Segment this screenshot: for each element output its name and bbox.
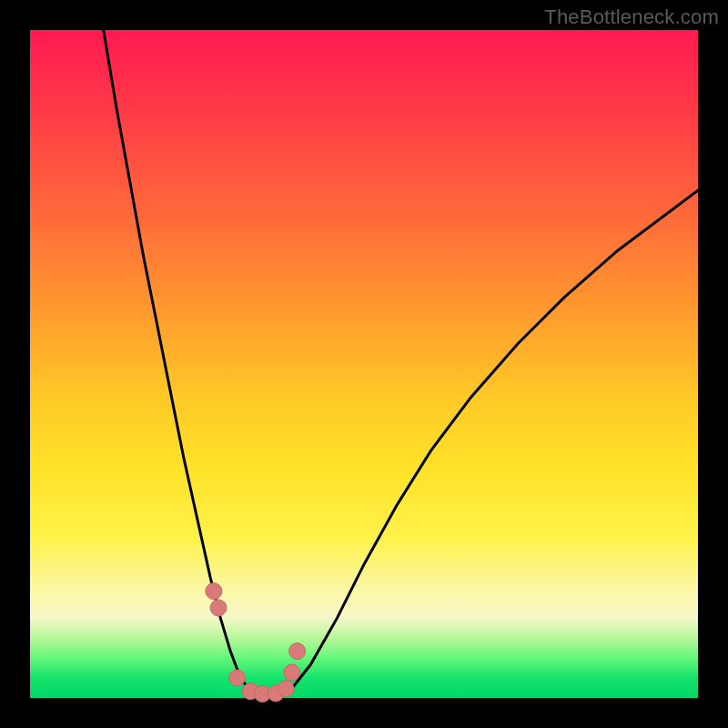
highlight-marker xyxy=(210,600,227,616)
bottleneck-curve-left xyxy=(104,30,251,692)
highlight-marker xyxy=(278,681,294,697)
bottleneck-curve-right xyxy=(290,190,698,690)
marker-group xyxy=(206,583,306,703)
highlight-marker xyxy=(206,583,222,600)
watermark-text: TheBottleneck.com xyxy=(544,5,719,29)
chart-svg xyxy=(30,30,698,698)
chart-plot-area xyxy=(30,30,698,698)
outer-frame: TheBottleneck.com xyxy=(0,0,728,728)
highlight-marker xyxy=(289,643,306,660)
highlight-marker xyxy=(229,670,246,686)
highlight-marker xyxy=(284,664,300,681)
curve-group xyxy=(104,30,698,694)
